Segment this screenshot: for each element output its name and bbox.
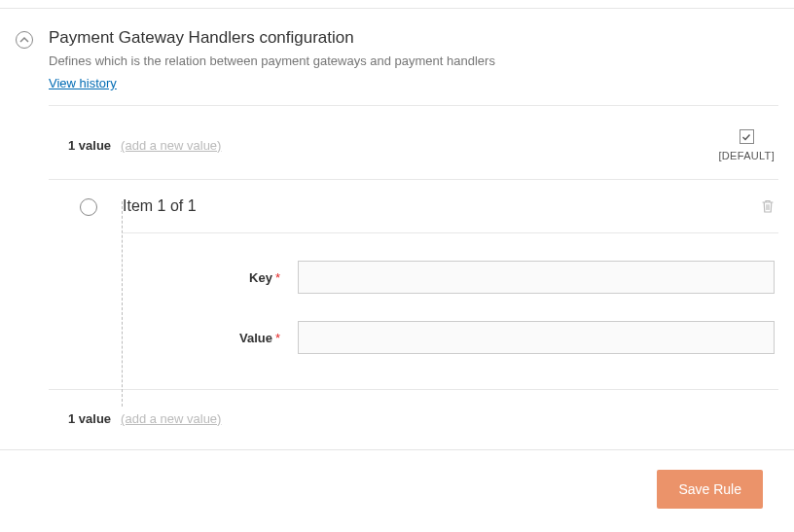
trash-icon (761, 198, 775, 214)
value-summary-left: 1 value (add a new value) (68, 138, 221, 153)
section-description: Defines which is the relation between pa… (49, 53, 778, 68)
add-new-value-link-bottom[interactable]: (add a new value) (121, 411, 221, 426)
section-body: Payment Gateway Handlers configuration D… (49, 28, 778, 430)
value-summary-bottom: 1 value (add a new value) (49, 390, 778, 430)
item-title: Item 1 of 1 (123, 197, 197, 215)
scope-default-checkbox[interactable] (740, 129, 754, 144)
value-count-label-bottom: 1 value (68, 411, 111, 426)
chevron-up-icon (19, 31, 29, 49)
config-section: Payment Gateway Handlers configuration D… (0, 9, 794, 449)
view-history-link[interactable]: View history (49, 76, 117, 90)
item-body: Item 1 of 1 (123, 197, 778, 389)
value-count-label: 1 value (68, 138, 111, 153)
key-label: Key* (123, 270, 288, 285)
key-input[interactable] (298, 261, 775, 294)
item-form: Key* Value* (123, 233, 778, 389)
actions-row: Save Rule (0, 450, 794, 522)
section-title: Payment Gateway Handlers configuration (49, 28, 778, 48)
config-section-container: Payment Gateway Handlers configuration D… (0, 8, 794, 450)
scope-default-label: [DEFAULT] (718, 150, 775, 161)
value-input[interactable] (298, 321, 775, 354)
key-row: Key* (123, 261, 778, 294)
required-star: * (275, 270, 280, 285)
required-star: * (275, 331, 280, 345)
check-icon (741, 128, 751, 146)
value-summary-top: 1 value (add a new value) [DEFAULT] (49, 106, 778, 179)
value-label-text: Value (239, 331, 272, 345)
item-collapse-toggle[interactable] (80, 198, 97, 216)
key-label-text: Key (249, 270, 272, 285)
value-row: Value* (123, 321, 778, 354)
delete-item-button[interactable] (761, 198, 775, 214)
scope-selector: [DEFAULT] (718, 129, 775, 161)
item-wrapper: Item 1 of 1 (49, 179, 778, 389)
item-header: Item 1 of 1 (123, 197, 778, 215)
values-block: 1 value (add a new value) [DEFAULT] (49, 105, 778, 390)
add-new-value-link[interactable]: (add a new value) (121, 138, 221, 153)
value-summary-left-bottom: 1 value (add a new value) (68, 411, 221, 426)
save-rule-button[interactable]: Save Rule (657, 470, 763, 509)
section-collapse-toggle[interactable] (16, 31, 33, 49)
value-label: Value* (123, 331, 288, 345)
